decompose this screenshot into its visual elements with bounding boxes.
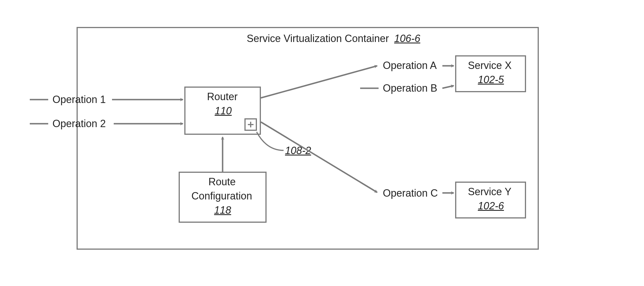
router-title: Router	[207, 91, 238, 103]
service-x-title: Service X	[468, 60, 512, 72]
route-config-ref: 118	[214, 204, 231, 216]
container-ref: 106-6	[394, 33, 420, 45]
operation1-label: Operation 1	[52, 94, 106, 106]
operation-b-label: Operation B	[383, 82, 437, 94]
service-y-title: Service Y	[468, 186, 511, 198]
operation-a-label: Operation A	[383, 60, 437, 72]
route-config-line1: Route	[208, 176, 236, 188]
router-plus-icon[interactable]	[244, 118, 257, 131]
operation-c-label: Operation C	[383, 187, 438, 199]
router-ref: 110	[215, 105, 232, 117]
container-title: Service Virtualization Container	[247, 33, 389, 45]
router-plus-ref: 108-2	[285, 145, 311, 157]
route-config-line2: Configuration	[191, 190, 252, 202]
service-y-ref: 102-6	[478, 200, 504, 212]
service-x-ref: 102-5	[478, 74, 504, 86]
operation2-label: Operation 2	[52, 118, 106, 130]
